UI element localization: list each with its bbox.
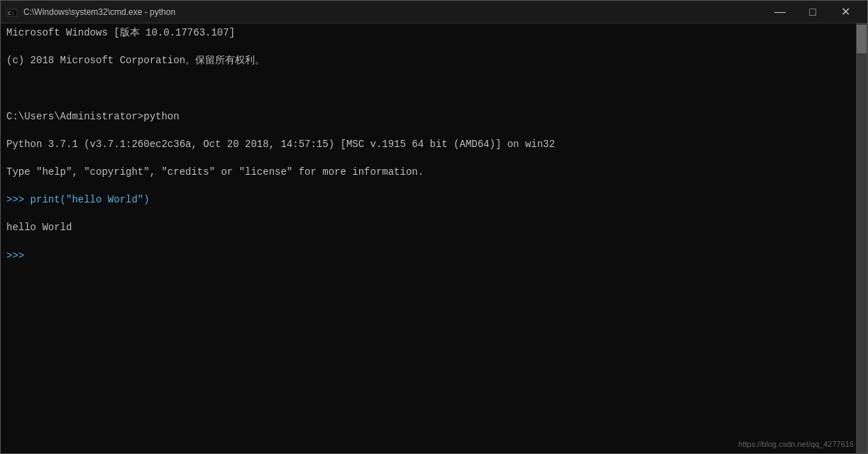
console-line-3	[6, 82, 850, 96]
cmd-window: C: C:\Windows\system32\cmd.exe - python …	[0, 0, 868, 454]
console-line-9: >>>	[6, 249, 850, 264]
cmd-icon: C:	[6, 6, 18, 18]
titlebar: C: C:\Windows\system32\cmd.exe - python …	[1, 1, 867, 23]
close-button[interactable]: ✕	[829, 1, 862, 23]
svg-text:C:: C:	[8, 10, 15, 16]
scrollbar[interactable]	[856, 23, 867, 453]
console-line-1: Microsoft Windows [版本 10.0.17763.107]	[6, 26, 850, 40]
window-title: C:\Windows\system32\cmd.exe - python	[23, 7, 764, 17]
console-line-4: C:\Users\Administrator>python	[6, 110, 850, 124]
watermark: https://blog.csdn.net/qq_4277616	[738, 440, 854, 448]
console-output[interactable]: Microsoft Windows [版本 10.0.17763.107] (c…	[1, 23, 856, 453]
console-line-2: (c) 2018 Microsoft Corporation。保留所有权利。	[6, 54, 850, 68]
scrollbar-thumb[interactable]	[857, 25, 867, 53]
console-line-6: Type "help", "copyright", "credits" or "…	[6, 166, 850, 180]
console-line-8: hello World	[6, 221, 850, 235]
window-controls: — □ ✕	[764, 1, 862, 23]
minimize-button[interactable]: —	[764, 1, 796, 23]
console-area: Microsoft Windows [版本 10.0.17763.107] (c…	[1, 23, 867, 453]
console-line-5: Python 3.7.1 (v3.7.1:260ec2c36a, Oct 20 …	[6, 138, 850, 152]
maximize-button[interactable]: □	[796, 1, 829, 23]
console-line-7: >>> print("hello World")	[6, 193, 850, 207]
